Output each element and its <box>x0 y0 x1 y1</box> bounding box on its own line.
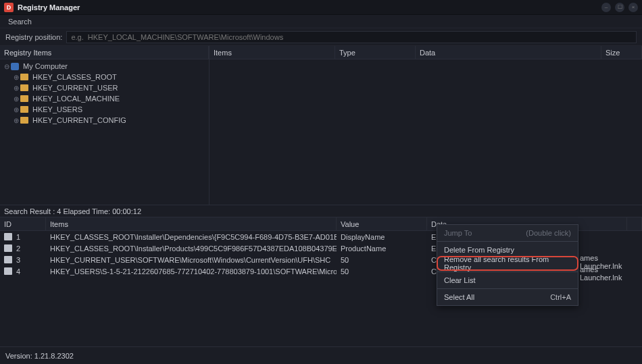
row-items: HKEY_USERS\S-1-5-21-2122607685-772710402… <box>46 267 337 276</box>
results-body[interactable]: 1 HKEY_CLASSES_ROOT\Installer\Dependenci… <box>0 231 642 277</box>
expand-icon[interactable]: ⊕ <box>12 106 20 113</box>
tree-item-hkcu[interactable]: ⊕ HKEY_CURRENT_USER <box>0 82 209 93</box>
ctx-jump-to: Jump To (Double click) <box>437 231 578 240</box>
ctx-jump-to-hint: (Double click) <box>526 231 571 237</box>
col-header-id[interactable]: ID <box>0 217 46 231</box>
col-header-items[interactable]: Items <box>46 217 337 231</box>
registry-position-label: Registry position: <box>5 33 62 41</box>
tree-item-label: HKEY_LOCAL_MACHINE <box>32 95 120 103</box>
ctx-delete-from-registry[interactable]: Delete From Registry <box>437 243 578 257</box>
col-header-value[interactable]: Value <box>337 217 427 231</box>
registry-position-input[interactable] <box>66 31 637 43</box>
ctx-clear-label: Clear List <box>444 276 475 277</box>
close-button[interactable]: × <box>628 3 638 12</box>
row-value: 50 <box>337 256 427 264</box>
search-results: ID Items Value Data 1 HKEY_CLASSES_ROOT\… <box>0 217 642 346</box>
registry-tree[interactable]: ⊖ My Computer ⊕ HKEY_CLASSES_ROOT ⊕ HKEY… <box>0 59 209 205</box>
row-id: 3 <box>16 256 20 264</box>
version-text: Version: 1.21.8.2302 <box>5 352 74 360</box>
row-value: 50 <box>337 267 427 276</box>
row-items: HKEY_CURRENT_USER\SOFTWARE\Microsoft\Win… <box>46 256 337 264</box>
tree-item-hku[interactable]: ⊕ HKEY_USERS <box>0 104 209 115</box>
expand-icon[interactable]: ⊕ <box>12 95 20 103</box>
row-value: ProductName <box>337 244 427 253</box>
tree-item-hkcc[interactable]: ⊕ HKEY_CURRENT_CONFIG <box>0 115 209 126</box>
menu-search[interactable]: Search <box>4 16 36 27</box>
search-row: Registry position: <box>0 28 642 46</box>
registry-value-icon <box>4 244 12 252</box>
tree-item-label: HKEY_CURRENT_CONFIG <box>32 116 126 124</box>
tree-item-hklm[interactable]: ⊕ HKEY_LOCAL_MACHINE <box>0 93 209 104</box>
col-header-items[interactable]: Items <box>209 46 335 59</box>
ctx-clear-list[interactable]: Clear List <box>437 274 578 277</box>
expand-icon[interactable]: ⊕ <box>12 74 20 81</box>
row-value: DisplayName <box>337 233 427 241</box>
window-title: Registry Manager <box>18 3 80 11</box>
folder-icon <box>20 73 28 81</box>
context-menu: Jump To (Double click) Delete From Regis… <box>437 231 578 277</box>
col-header-type[interactable]: Type <box>335 46 416 59</box>
computer-icon <box>11 62 19 70</box>
app-icon: D <box>4 3 14 12</box>
search-status: Search Result : 4 Elapsed Time: 00:00:12 <box>0 205 642 217</box>
folder-icon <box>20 105 28 113</box>
row-items: HKEY_CLASSES_ROOT\Installer\Products\499… <box>46 244 337 253</box>
row-id: 4 <box>16 267 20 276</box>
col-header-registry-items[interactable]: Registry Items <box>0 46 209 59</box>
tree-root-label: My Computer <box>23 62 68 70</box>
ctx-separator <box>437 271 578 272</box>
details-body <box>209 59 642 205</box>
minimize-button[interactable]: – <box>601 3 611 12</box>
registry-value-icon <box>4 267 12 275</box>
tree-item-hkcr[interactable]: ⊕ HKEY_CLASSES_ROOT <box>0 72 209 82</box>
tree-item-label: HKEY_USERS <box>32 105 82 113</box>
row-id: 1 <box>16 233 20 241</box>
ctx-remove-all-search-results[interactable]: Remove all search results From Registry <box>437 257 578 270</box>
ctx-separator <box>437 241 578 242</box>
expand-icon[interactable]: ⊕ <box>12 84 20 92</box>
col-header-size[interactable]: Size <box>601 46 642 59</box>
expand-icon[interactable]: ⊕ <box>12 117 20 124</box>
row-items: HKEY_CLASSES_ROOT\Installer\Dependencies… <box>46 233 337 241</box>
row-id: 2 <box>16 244 20 253</box>
status-bar: Version: 1.21.8.2302 <box>0 346 642 364</box>
col-header-data[interactable]: Data <box>416 46 601 59</box>
tree-item-label: HKEY_CLASSES_ROOT <box>32 73 117 81</box>
tree-root-computer[interactable]: ⊖ My Computer <box>0 61 209 72</box>
ctx-delete-label: Delete From Registry <box>444 246 514 254</box>
menu-bar: Search <box>0 15 642 28</box>
registry-value-icon <box>4 233 12 240</box>
tree-item-label: HKEY_CURRENT_USER <box>32 84 118 92</box>
ctx-remove-all-label: Remove all search results From Registry <box>444 255 571 271</box>
ctx-jump-to-label: Jump To <box>444 231 472 237</box>
folder-icon <box>20 84 28 92</box>
col-header-blank <box>627 217 642 231</box>
collapse-icon[interactable]: ⊖ <box>3 63 11 70</box>
registry-value-icon <box>4 256 12 263</box>
folder-icon <box>20 95 28 103</box>
folder-icon <box>20 116 28 124</box>
title-bar: D Registry Manager – ☐ × <box>0 0 642 15</box>
maximize-button[interactable]: ☐ <box>615 3 624 12</box>
row-data-overflow: ames Launcher.lnk <box>580 265 642 277</box>
upper-panel: Registry Items ⊖ My Computer ⊕ HKEY_CLAS… <box>0 46 642 205</box>
